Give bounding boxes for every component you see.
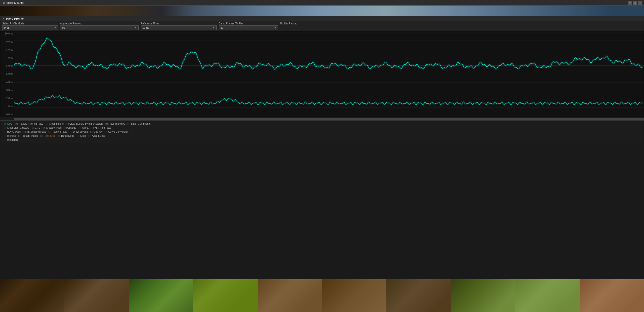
legend-item-gpu2[interactable]: ✓ GPU <box>31 126 42 129</box>
legend-label-draw-skybox: Draw Skybox <box>73 130 88 133</box>
legend-checkbox-curve-conversion[interactable] <box>105 131 107 133</box>
y-label-1: 1.0ms <box>1 105 13 108</box>
y-label-6: 6.0ms <box>1 64 13 67</box>
aggregate-frames-dropdown[interactable]: 60 ▼ <box>60 25 139 30</box>
legend-item-clear-buffers[interactable]: Clear Buffers <box>45 122 65 125</box>
legend-checkbox-clear-light-clusters[interactable] <box>4 127 6 129</box>
y-label-4: 4.0ms <box>1 81 13 84</box>
legend-item-gpu[interactable]: ✓ GPU <box>3 122 14 125</box>
legend-item-clear[interactable]: Clear <box>76 134 87 137</box>
reference-times-dropdown[interactable]: 10ms ▼ <box>141 25 217 30</box>
dropdown-arrow-1: ▼ <box>54 26 56 29</box>
legend-label-alpha: Alpha <box>82 126 89 129</box>
y-label-3: 3.0ms <box>1 89 13 92</box>
legend-area: ✓ GPU ✓ Triangle Filtering Pass Clear Bu… <box>0 120 644 144</box>
legend-checkbox-triangle-filtering-pass[interactable]: ✓ <box>15 123 18 125</box>
legend-row-5: WidgetsUI <box>3 138 641 142</box>
legend-label-batch-compaction: Batch Compaction <box>131 122 151 125</box>
legend-checkbox-ui-pass[interactable] <box>4 135 6 137</box>
legend-item-triangle-filtering-pass[interactable]: ✓ Triangle Filtering Pass <box>14 122 44 125</box>
legend-item-alpha[interactable]: Alpha <box>78 126 90 129</box>
scrollbar-area[interactable] <box>0 117 644 120</box>
legend-item-clear-light-clusters[interactable]: Clear Light Clusters <box>3 126 30 129</box>
legend-checkbox-present-image[interactable] <box>18 135 21 137</box>
legend-item-accumulate[interactable]: Accumulate <box>88 134 106 137</box>
legend-checkbox-filter-triangles[interactable]: ✓ <box>105 123 108 125</box>
legend-label-profile-flip: ProfileFlip <box>44 134 55 137</box>
maximize-button[interactable]: □ <box>633 1 637 5</box>
legend-label-god-ray: God ray <box>94 130 103 133</box>
legend-label-gpu2: GPU <box>35 126 41 129</box>
legend-item-thread-loop[interactable]: ✓ ThreadLoop <box>57 134 75 137</box>
legend-item-god-ray[interactable]: God ray <box>89 130 104 133</box>
legend-item-profile-flip[interactable]: ✓ ProfileFlip <box>39 134 56 137</box>
legend-item-ui-pass[interactable]: UI Pass <box>3 134 17 137</box>
legend-item-resolve-pass[interactable]: Resolve Pass <box>48 130 68 133</box>
aggregate-frames-label: Aggregate Frames <box>60 22 139 25</box>
legend-item-clear-buffers-sync[interactable]: Clear Buffers Synchronization <box>65 122 104 125</box>
legend-label-hdao-pass: HDAO Pass <box>7 130 21 133</box>
legend-checkbox-opaque[interactable] <box>64 127 67 129</box>
legend-item-vb-shading-pass[interactable]: VB Shading Pass <box>22 130 47 133</box>
close-button[interactable]: ✕ <box>638 1 642 5</box>
legend-checkbox-gpu2[interactable]: ✓ <box>32 127 34 129</box>
legend-item-batch-compaction[interactable]: Batch Compaction <box>127 122 152 125</box>
title-bar-left: 🖥 Visibility Buffer <box>2 1 24 4</box>
legend-label-filter-triangles: Filter Triangles <box>108 122 125 125</box>
legend-label-ui-pass: UI Pass <box>7 134 16 137</box>
bottom-strip-7 <box>386 279 451 312</box>
legend-item-shadow-pass[interactable]: ✓ Shadow Pass <box>42 126 62 129</box>
scrollbar-track[interactable] <box>14 118 644 120</box>
legend-checkbox-vb-shading-pass[interactable] <box>23 131 26 133</box>
legend-checkbox-resolve-pass[interactable] <box>49 131 51 133</box>
legend-item-present-image[interactable]: Present Image <box>17 134 39 137</box>
legend-checkbox-clear-buffers-sync[interactable] <box>66 123 69 125</box>
legend-item-curve-conversion[interactable]: Curve Conversion <box>104 130 129 133</box>
legend-checkbox-accumulate[interactable] <box>89 135 91 137</box>
title-bar-controls: ─ □ ✕ <box>628 1 642 5</box>
legend-row-4: UI Pass Present Image ✓ ProfileFlip ✓ Th… <box>3 134 641 137</box>
app-icon: 🖥 <box>2 1 5 4</box>
y-axis: 10.0ms 9.0ms 8.0ms 7.0ms 6.0ms 5.0ms 4.0… <box>0 31 14 117</box>
bottom-viewport-strip <box>0 279 644 312</box>
bottom-strip-5 <box>258 279 322 312</box>
y-label-0: 0.0ms <box>1 113 13 116</box>
legend-checkbox-god-ray[interactable] <box>90 131 93 133</box>
legend-checkbox-profile-flip[interactable]: ✓ <box>41 135 43 137</box>
minimize-button[interactable]: ─ <box>628 1 632 5</box>
legend-item-draw-skybox[interactable]: Draw Skybox <box>69 130 89 133</box>
profiler-triangle-icon: ▼ <box>2 17 5 20</box>
bottom-strip-10 <box>580 279 644 312</box>
legend-checkbox-alpha[interactable] <box>79 127 81 129</box>
reference-times-group: Reference Times 10ms ▼ <box>141 22 219 30</box>
legend-checkbox-batch-compaction[interactable] <box>128 123 130 125</box>
legend-label-curve-conversion: Curve Conversion <box>108 130 128 133</box>
legend-checkbox-hdao-pass[interactable] <box>4 131 6 133</box>
legend-label-accumulate: Accumulate <box>92 134 105 137</box>
legend-label-clear-buffers: Clear Buffers <box>49 122 64 125</box>
legend-checkbox-thread-loop[interactable]: ✓ <box>58 135 60 137</box>
legend-item-vb-filling-pass[interactable]: VB Filling Pass <box>90 126 112 129</box>
profiler-paused-group: Profiler Paused <box>280 22 642 30</box>
legend-item-hdao-pass[interactable]: HDAO Pass <box>3 130 22 133</box>
legend-checkbox-draw-skybox[interactable] <box>70 131 72 133</box>
legend-checkbox-clear[interactable] <box>77 135 79 137</box>
scrollbar-thumb[interactable] <box>14 118 644 120</box>
select-profile-mode-dropdown[interactable]: Plot ▼ <box>2 25 58 30</box>
profiler-title: Micro Profiler <box>6 17 24 20</box>
profiler-controls: Select Profile Mode Plot ▼ Aggregate Fra… <box>0 21 644 31</box>
window-title: Visibility Buffer <box>6 1 24 4</box>
legend-checkbox-gpu[interactable]: ✓ <box>4 123 6 125</box>
legend-checkbox-widgets-ui[interactable] <box>4 139 6 141</box>
legend-checkbox-clear-buffers[interactable] <box>46 123 48 125</box>
legend-checkbox-vb-filling-pass[interactable] <box>91 127 94 129</box>
legend-label-clear-buffers-sync: Clear Buffers Synchronization <box>69 122 103 125</box>
legend-item-opaque[interactable]: Opaque <box>63 126 77 129</box>
bottom-strip-1 <box>0 279 64 312</box>
legend-item-widgets-ui[interactable]: WidgetsUI <box>3 138 20 142</box>
legend-item-filter-triangles[interactable]: ✓ Filter Triangles <box>104 122 126 125</box>
dump-frames-dropdown[interactable]: 32 ▼ <box>219 25 278 30</box>
legend-checkbox-shadow-pass[interactable]: ✓ <box>43 127 45 129</box>
select-profile-mode-value: Plot <box>4 26 9 29</box>
bottom-strip-2 <box>64 279 129 312</box>
